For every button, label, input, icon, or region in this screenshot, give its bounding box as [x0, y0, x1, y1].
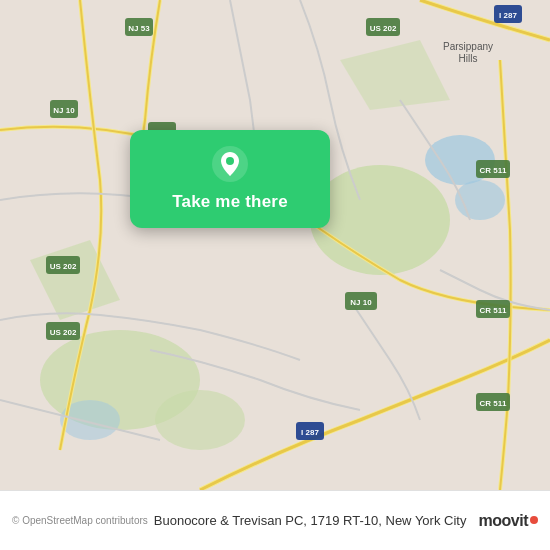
location-pin-icon: [212, 146, 248, 182]
bottom-bar: © OpenStreetMap contributors Buonocore &…: [0, 490, 550, 550]
take-me-there-label: Take me there: [172, 192, 288, 212]
svg-text:CR 511: CR 511: [479, 166, 507, 175]
svg-text:CR 511: CR 511: [479, 399, 507, 408]
svg-text:I 287: I 287: [301, 428, 319, 437]
moovit-dot: [530, 516, 538, 524]
svg-text:NJ 53: NJ 53: [128, 24, 150, 33]
place-info: Buonocore & Trevisan PC, 1719 RT-10, New…: [154, 513, 471, 528]
svg-point-36: [226, 157, 234, 165]
svg-text:Parsippany: Parsippany: [443, 41, 493, 52]
svg-text:NJ 10: NJ 10: [350, 298, 372, 307]
svg-text:CR 511: CR 511: [479, 306, 507, 315]
svg-text:I 287: I 287: [499, 11, 517, 20]
svg-text:US 202: US 202: [370, 24, 397, 33]
copyright-text: © OpenStreetMap contributors: [12, 515, 148, 526]
map-container: NJ 53 NJ 10 NJ NJ 10 US 202 US 202 US 20…: [0, 0, 550, 490]
moovit-text: moovit: [479, 512, 528, 530]
svg-text:Hills: Hills: [459, 53, 478, 64]
svg-text:NJ 10: NJ 10: [53, 106, 75, 115]
svg-point-2: [310, 165, 450, 275]
take-me-there-button[interactable]: Take me there: [130, 130, 330, 228]
moovit-logo: moovit: [479, 512, 538, 530]
svg-text:US 202: US 202: [50, 262, 77, 271]
svg-text:US 202: US 202: [50, 328, 77, 337]
map-svg: NJ 53 NJ 10 NJ NJ 10 US 202 US 202 US 20…: [0, 0, 550, 490]
svg-point-6: [155, 390, 245, 450]
